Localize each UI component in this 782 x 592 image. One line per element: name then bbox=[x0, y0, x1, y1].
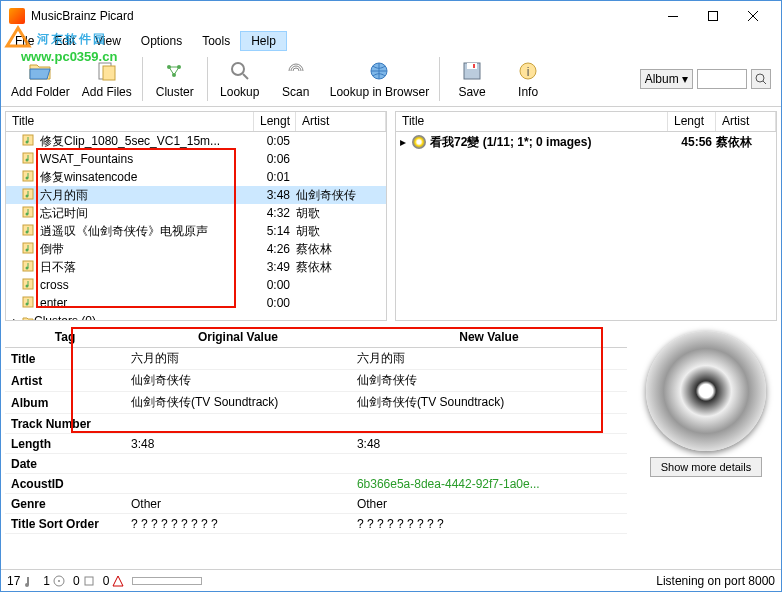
clusters-node[interactable]: ▸Clusters (0) bbox=[6, 312, 386, 320]
menu-options[interactable]: Options bbox=[131, 32, 192, 50]
album-row[interactable]: ▸ 看我72變 (1/11; 1*; 0 images) 45:56 蔡依林 bbox=[396, 132, 776, 152]
svg-point-20 bbox=[26, 177, 29, 180]
info-icon: i bbox=[516, 59, 540, 83]
show-more-button[interactable]: Show more details bbox=[650, 457, 763, 477]
tag-row[interactable]: Track Number bbox=[5, 414, 627, 434]
search-icon bbox=[228, 59, 252, 83]
music-file-icon bbox=[22, 188, 36, 202]
expand-icon[interactable]: ▸ bbox=[10, 314, 22, 320]
cluster-button[interactable]: Cluster bbox=[147, 54, 203, 104]
pending-icon bbox=[83, 575, 95, 587]
cover-art bbox=[646, 331, 766, 451]
minimize-button[interactable] bbox=[653, 1, 693, 31]
tag-row[interactable]: AcoustID6b366e5a-8dea-4442-92f7-1a0e... bbox=[5, 474, 627, 494]
album-title: 看我72變 (1/11; 1*; 0 images) bbox=[430, 134, 668, 151]
matched-pane: Title Lengt Artist ▸ 看我72變 (1/11; 1*; 0 … bbox=[395, 111, 777, 321]
col-title[interactable]: Title bbox=[396, 112, 668, 131]
svg-point-7 bbox=[232, 63, 244, 75]
svg-rect-1 bbox=[709, 12, 718, 21]
scan-button[interactable]: Scan bbox=[268, 54, 324, 104]
svg-rect-39 bbox=[85, 577, 93, 585]
svg-point-34 bbox=[26, 303, 29, 306]
file-row[interactable]: 修复winsatencode0:01 bbox=[6, 168, 386, 186]
th-tag[interactable]: Tag bbox=[5, 327, 125, 348]
status-listen: Listening on port 8000 bbox=[656, 574, 775, 588]
file-row[interactable]: 六月的雨3:48仙剑奇侠传 bbox=[6, 186, 386, 204]
menu-help[interactable]: Help bbox=[240, 31, 287, 51]
tag-row[interactable]: Date bbox=[5, 454, 627, 474]
maximize-button[interactable] bbox=[693, 1, 733, 31]
tag-row[interactable]: Title六月的雨六月的雨 bbox=[5, 348, 627, 370]
svg-point-24 bbox=[26, 213, 29, 216]
lookup-browser-button[interactable]: Lookup in Browser bbox=[324, 54, 435, 104]
col-artist[interactable]: Artist bbox=[296, 112, 386, 131]
watermark-url: www.pc0359.cn bbox=[21, 49, 117, 64]
note-icon bbox=[23, 575, 35, 587]
window-title: MusicBrainz Picard bbox=[31, 9, 653, 23]
unmatched-pane: Title Lengt Artist 修复Clip_1080_5sec_VC1_… bbox=[5, 111, 387, 321]
album-length: 45:56 bbox=[668, 135, 716, 149]
search-type-select[interactable]: Album ▾ bbox=[640, 69, 693, 89]
search-button[interactable] bbox=[751, 69, 771, 89]
close-button[interactable] bbox=[733, 1, 773, 31]
expand-icon[interactable]: ▸ bbox=[400, 135, 412, 149]
th-new[interactable]: New Value bbox=[351, 327, 627, 348]
svg-point-22 bbox=[26, 195, 29, 198]
save-button[interactable]: Save bbox=[444, 54, 500, 104]
file-row[interactable]: 日不落3:49蔡依林 bbox=[6, 258, 386, 276]
error-icon bbox=[112, 575, 124, 587]
file-row[interactable]: 倒带4:26蔡依林 bbox=[6, 240, 386, 258]
svg-point-30 bbox=[26, 267, 29, 270]
col-title[interactable]: Title bbox=[6, 112, 254, 131]
svg-point-36 bbox=[25, 583, 29, 587]
tag-row[interactable]: GenreOtherOther bbox=[5, 494, 627, 514]
col-length[interactable]: Lengt bbox=[668, 112, 716, 131]
music-file-icon bbox=[22, 278, 36, 292]
info-button[interactable]: i Info bbox=[500, 54, 556, 104]
file-row[interactable]: enter0:00 bbox=[6, 294, 386, 312]
lookup-button[interactable]: Lookup bbox=[212, 54, 268, 104]
title-bar: MusicBrainz Picard bbox=[1, 1, 781, 31]
music-file-icon bbox=[22, 152, 36, 166]
music-file-icon bbox=[22, 242, 36, 256]
svg-rect-10 bbox=[467, 63, 477, 69]
svg-point-32 bbox=[26, 285, 29, 288]
svg-point-26 bbox=[26, 231, 29, 234]
col-artist[interactable]: Artist bbox=[716, 112, 776, 131]
menu-tools[interactable]: Tools bbox=[192, 32, 240, 50]
file-row[interactable]: 修复Clip_1080_5sec_VC1_15m...0:05 bbox=[6, 132, 386, 150]
matched-list[interactable]: ▸ 看我72變 (1/11; 1*; 0 images) 45:56 蔡依林 bbox=[396, 132, 776, 320]
tag-row[interactable]: Title Sort Order? ? ? ? ? ? ? ? ?? ? ? ?… bbox=[5, 514, 627, 534]
status-bar: 17 1 0 0 Listening on port 8000 bbox=[1, 569, 781, 591]
toolbar: Add Folder Add Files Cluster Lookup Scan… bbox=[1, 51, 781, 107]
album-artist: 蔡依林 bbox=[716, 134, 776, 151]
svg-point-38 bbox=[58, 580, 60, 582]
disc-icon bbox=[53, 575, 65, 587]
svg-point-28 bbox=[26, 249, 29, 252]
file-row[interactable]: WSAT_Fountains0:06 bbox=[6, 150, 386, 168]
music-file-icon bbox=[22, 170, 36, 184]
folder-icon bbox=[22, 315, 34, 320]
globe-icon bbox=[367, 59, 391, 83]
svg-point-18 bbox=[26, 159, 29, 162]
music-file-icon bbox=[22, 206, 36, 220]
col-length[interactable]: Lengt bbox=[254, 112, 296, 131]
cluster-icon bbox=[163, 59, 187, 83]
scan-icon bbox=[284, 59, 308, 83]
search-input[interactable] bbox=[697, 69, 747, 89]
tag-table: Tag Original Value New Value Title六月的雨六月… bbox=[5, 327, 627, 534]
file-row[interactable]: cross0:00 bbox=[6, 276, 386, 294]
th-orig[interactable]: Original Value bbox=[125, 327, 351, 348]
music-file-icon bbox=[22, 134, 36, 148]
progress-bar bbox=[132, 577, 202, 585]
tag-row[interactable]: Album仙剑奇侠传(TV Soundtrack)仙剑奇侠传(TV Soundt… bbox=[5, 392, 627, 414]
tag-row[interactable]: Artist仙剑奇侠传仙剑奇侠传 bbox=[5, 370, 627, 392]
menu-bar: File Edit View Options Tools Help bbox=[1, 31, 781, 51]
unmatched-list[interactable]: 修复Clip_1080_5sec_VC1_15m...0:05WSAT_Foun… bbox=[6, 132, 386, 320]
svg-rect-3 bbox=[103, 66, 115, 80]
tag-row[interactable]: Length3:483:48 bbox=[5, 434, 627, 454]
svg-rect-0 bbox=[668, 16, 678, 17]
file-row[interactable]: 忘记时间4:32胡歌 bbox=[6, 204, 386, 222]
file-row[interactable]: 逍遥叹《仙剑奇侠传》电视原声5:14胡歌 bbox=[6, 222, 386, 240]
app-icon bbox=[9, 8, 25, 24]
